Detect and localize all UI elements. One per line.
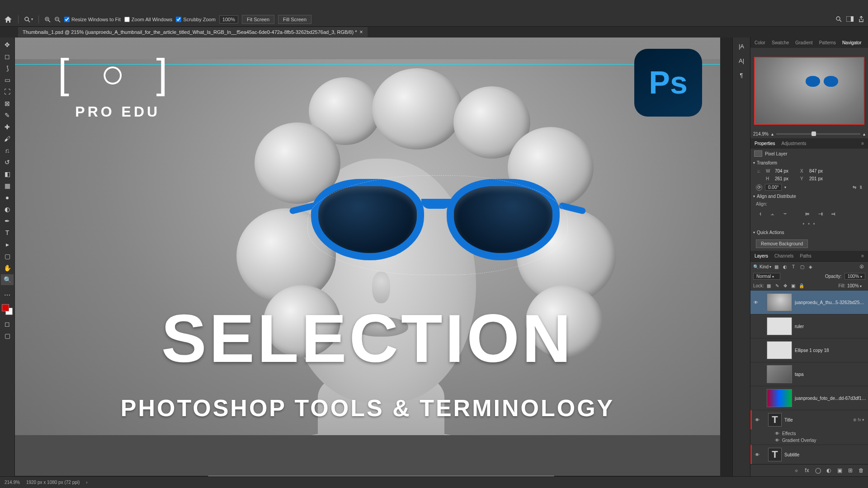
shape-tool[interactable]: ▢ bbox=[1, 251, 14, 262]
flip-horizontal-icon[interactable]: ⇋ bbox=[853, 185, 856, 190]
zoom-out-icon[interactable] bbox=[54, 16, 61, 23]
filter-adjust-icon[interactable]: ◐ bbox=[781, 263, 788, 270]
transform-section[interactable]: ▾Transform bbox=[750, 159, 868, 167]
layer-row[interactable]: Ellipse 1 copy 18 bbox=[750, 338, 868, 362]
align-right-icon[interactable]: ⫟ bbox=[781, 210, 789, 217]
transform-y[interactable]: 201 px bbox=[809, 176, 831, 181]
gradient-tool[interactable]: ▦ bbox=[1, 180, 14, 191]
layer-thumbnail[interactable] bbox=[767, 389, 792, 407]
tab-channels[interactable]: Channels bbox=[773, 253, 795, 259]
zoom-tool[interactable]: 🔍 bbox=[1, 274, 14, 285]
filter-toggle[interactable]: ⦿ bbox=[858, 263, 865, 270]
layer-name[interactable]: juanproedu_foto_de...dd-67d3df16c418_1 bbox=[795, 396, 866, 401]
hand-tool[interactable]: ✋ bbox=[1, 263, 14, 273]
lock-position-icon[interactable]: ✥ bbox=[782, 282, 788, 289]
layer-row[interactable]: tapa bbox=[750, 362, 868, 386]
visibility-icon[interactable]: 👁 bbox=[775, 438, 779, 443]
layer-name[interactable]: juanproedu_A_thu...5-3262bd2576ad_3 bbox=[795, 300, 866, 305]
resize-windows-checkbox[interactable]: Resize Windows to Fit bbox=[64, 17, 121, 22]
visibility-icon[interactable]: 👁 bbox=[754, 418, 761, 422]
layer-effects-indicator[interactable]: ⊕ fx ▾ bbox=[853, 418, 864, 422]
layer-mask-icon[interactable]: ◯ bbox=[814, 466, 822, 474]
transform-x[interactable]: 847 px bbox=[809, 169, 831, 174]
color-swatches[interactable] bbox=[2, 304, 13, 315]
transform-h[interactable]: 261 px bbox=[775, 176, 797, 181]
tab-adjustments[interactable]: Adjustments bbox=[780, 140, 808, 147]
paragraph-styles-icon[interactable]: ¶ bbox=[736, 70, 747, 80]
new-layer-icon[interactable]: ⊞ bbox=[846, 466, 854, 474]
pen-tool[interactable]: ✒ bbox=[1, 216, 14, 226]
panel-menu-icon[interactable]: ≡ bbox=[860, 140, 865, 147]
navigator-zoom-slider[interactable] bbox=[776, 133, 860, 135]
align-center-h-icon[interactable]: ⫠ bbox=[769, 210, 777, 217]
zoom-out-small-icon[interactable]: ▴ bbox=[771, 131, 774, 136]
zoom-all-checkbox[interactable]: Zoom All Windows bbox=[124, 17, 172, 22]
history-brush-tool[interactable]: ↺ bbox=[1, 157, 14, 168]
align-bottom-icon[interactable]: ⫤ bbox=[829, 210, 837, 217]
filter-shape-icon[interactable]: ▢ bbox=[798, 263, 806, 270]
tab-color[interactable]: Color bbox=[753, 39, 767, 46]
dodge-tool[interactable]: ◐ bbox=[1, 204, 14, 215]
paragraph-panel-icon[interactable]: A| bbox=[736, 56, 747, 66]
zoom-in-small-icon[interactable]: ▴ bbox=[863, 131, 865, 136]
tab-navigator[interactable]: Navigator bbox=[841, 39, 863, 46]
group-icon[interactable]: ▣ bbox=[835, 466, 844, 474]
share-icon[interactable] bbox=[858, 16, 864, 23]
layer-style-icon[interactable]: fx bbox=[803, 466, 811, 474]
visibility-icon[interactable]: 👁 bbox=[752, 300, 760, 305]
delete-layer-icon[interactable]: 🗑 bbox=[857, 466, 865, 474]
status-dimensions[interactable]: 1920 px x 1080 px (72 ppi) bbox=[26, 480, 80, 485]
type-layer-icon[interactable]: T bbox=[768, 413, 782, 427]
marquee-tool[interactable]: ◻ bbox=[1, 51, 14, 62]
blend-mode-select[interactable]: Normal ▾ bbox=[753, 273, 780, 280]
layer-thumbnail[interactable] bbox=[767, 365, 792, 383]
eraser-tool[interactable]: ◧ bbox=[1, 169, 14, 179]
type-tool[interactable]: T bbox=[1, 227, 14, 238]
tab-gradients[interactable]: Gradient bbox=[794, 39, 814, 46]
search-icon[interactable] bbox=[835, 16, 842, 23]
lock-artboard-icon[interactable]: ▣ bbox=[790, 282, 797, 289]
tab-paths[interactable]: Paths bbox=[798, 253, 813, 259]
zoom-tool-icon[interactable]: ▾ bbox=[24, 16, 33, 23]
layer-filter-kind[interactable]: 🔍 Kind ▾ bbox=[753, 264, 771, 269]
link-layers-icon[interactable]: ⟐ bbox=[792, 466, 800, 474]
layer-name[interactable]: ruler bbox=[795, 324, 866, 329]
filter-type-icon[interactable]: T bbox=[790, 263, 797, 270]
home-icon[interactable] bbox=[4, 15, 13, 24]
filter-pixel-icon[interactable]: ▦ bbox=[773, 263, 780, 270]
status-zoom[interactable]: 214.9% bbox=[5, 480, 20, 485]
align-left-icon[interactable]: ⫞ bbox=[756, 210, 764, 217]
brush-tool[interactable]: 🖌 bbox=[1, 133, 14, 144]
gradient-overlay-label[interactable]: Gradient Overlay bbox=[782, 438, 816, 443]
layer-name[interactable]: tapa bbox=[795, 372, 866, 377]
layer-row[interactable]: 👁 T Subtitle bbox=[750, 445, 868, 464]
navigator-thumbnail[interactable] bbox=[754, 57, 864, 125]
tab-patterns[interactable]: Patterns bbox=[818, 39, 837, 46]
canvas-area[interactable]: [ ○ ] PRO EDU Ps SELECTION PHOTOSHOP TOO… bbox=[15, 38, 732, 476]
more-options-icon[interactable]: • • • bbox=[750, 220, 868, 228]
transform-w[interactable]: 704 px bbox=[775, 169, 797, 174]
layer-row[interactable]: 👁 T Title ⊕ fx ▾ bbox=[750, 410, 868, 429]
clone-tool[interactable]: ⎌ bbox=[1, 145, 14, 156]
tab-swatches[interactable]: Swatche bbox=[770, 39, 790, 46]
move-tool[interactable]: ✥ bbox=[1, 39, 14, 50]
transform-angle[interactable]: 0.00° bbox=[765, 184, 782, 191]
flip-vertical-icon[interactable]: ⥮ bbox=[859, 185, 863, 190]
object-select-tool[interactable]: ▭ bbox=[1, 75, 14, 85]
layer-thumbnail[interactable] bbox=[767, 341, 792, 359]
tab-properties[interactable]: Properties bbox=[753, 140, 777, 147]
type-layer-icon[interactable]: T bbox=[768, 448, 782, 461]
blur-tool[interactable]: ● bbox=[1, 192, 14, 203]
visibility-icon[interactable]: 👁 bbox=[775, 431, 779, 436]
close-icon[interactable]: × bbox=[360, 29, 363, 35]
fill-input[interactable]: 100% ▾ bbox=[847, 283, 865, 288]
tab-layers[interactable]: Layers bbox=[753, 253, 769, 259]
healing-tool[interactable]: ✚ bbox=[1, 122, 14, 132]
link-wh-icon[interactable]: ⟀ bbox=[756, 169, 762, 174]
eyedropper-tool[interactable]: ✎ bbox=[1, 110, 14, 121]
status-caret-icon[interactable]: › bbox=[86, 480, 87, 485]
lock-all-icon[interactable]: 🔒 bbox=[798, 282, 805, 289]
layer-thumbnail[interactable] bbox=[767, 317, 792, 335]
path-select-tool[interactable]: ▸ bbox=[1, 239, 14, 250]
layer-thumbnail[interactable] bbox=[767, 293, 792, 311]
